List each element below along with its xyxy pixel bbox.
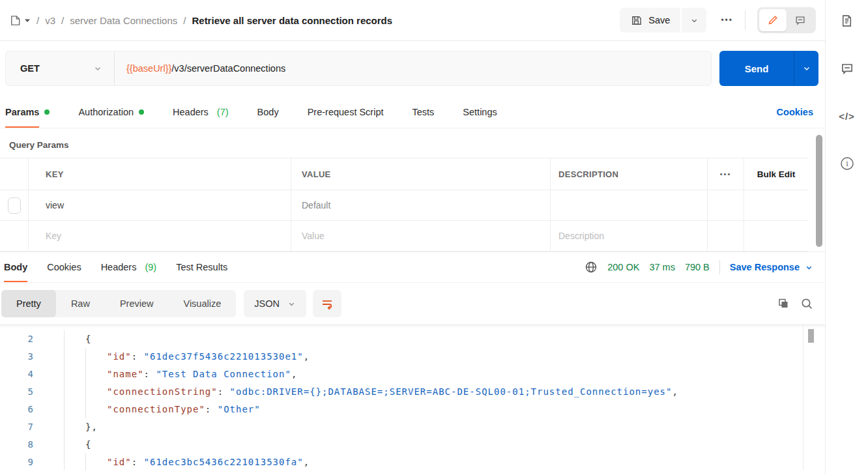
param-value-input[interactable]: Default (291, 190, 551, 220)
header-select-cell (0, 158, 29, 190)
line-number: 7 (0, 418, 38, 436)
documentation-button[interactable] (840, 13, 854, 29)
send-button[interactable]: Send (719, 51, 794, 86)
headers-count: (7) (217, 107, 229, 117)
save-dropdown-button[interactable] (682, 8, 706, 33)
json-punctuation: , (304, 457, 310, 467)
chevron-down-icon (690, 16, 699, 25)
response-headers-count: (9) (145, 262, 156, 272)
documentation-icon (840, 14, 854, 28)
text-wrap-icon (321, 297, 334, 310)
json-punctuation: { (85, 334, 91, 344)
bulk-edit-button[interactable]: Bulk Edit (757, 169, 796, 179)
url-input[interactable]: {{baseUrl}}/v3/serverDataConnections (115, 51, 711, 85)
json-value: "61dec37f5436c221013530e1" (144, 351, 304, 362)
tab-params-label: Params (5, 96, 39, 128)
param-description-input-placeholder[interactable]: Description (551, 221, 708, 251)
more-actions-button[interactable]: ••• (721, 16, 733, 25)
json-key: "connectionString" (107, 386, 218, 397)
line-number: 2 (0, 330, 38, 348)
indent-guide (64, 383, 65, 401)
copy-response-button[interactable] (777, 297, 790, 310)
breadcrumb-separator: / (183, 15, 186, 26)
code-line-content: { (38, 330, 91, 348)
tab-tests-label: Tests (412, 96, 435, 128)
edit-mode-button[interactable] (759, 9, 787, 31)
code-line-content: "id": "61dec37f5436c221013530e1", (38, 348, 310, 366)
send-dropdown-button[interactable] (794, 51, 818, 86)
file-icon (9, 14, 22, 27)
line-number: 6 (0, 401, 38, 418)
search-response-button[interactable] (800, 297, 813, 310)
params-more-button[interactable]: ••• (720, 170, 732, 178)
params-scrollbar[interactable] (816, 135, 822, 247)
request-type-dropdown[interactable] (9, 14, 31, 27)
json-punctuation: { (85, 439, 91, 450)
row-checkbox[interactable] (8, 197, 21, 214)
param-key-input-placeholder[interactable]: Key (29, 221, 291, 251)
save-response-button[interactable]: Save Response (730, 262, 813, 272)
code-snippet-button[interactable]: </> (839, 108, 855, 124)
tab-headers[interactable]: Headers (7) (173, 96, 229, 128)
breadcrumb-folder[interactable]: server Data Connections (70, 15, 177, 26)
response-tab-cookies[interactable]: Cookies (47, 252, 81, 282)
tab-body-label: Body (257, 96, 279, 128)
response-tab-test-results[interactable]: Test Results (176, 252, 227, 282)
code-line: 9"id": "61dec3bc5436c221013530fa", (0, 453, 825, 470)
response-tab-headers[interactable]: Headers (9) (101, 252, 157, 282)
svg-text:i: i (846, 160, 848, 168)
indent-guide (64, 366, 65, 383)
cookies-link[interactable]: Cookies (777, 107, 813, 117)
tab-pre-request-script[interactable]: Pre-request Script (308, 96, 384, 128)
view-preview-button[interactable]: Preview (105, 290, 169, 317)
tab-params[interactable]: Params (5, 96, 50, 128)
chevron-down-icon (802, 64, 811, 73)
tab-body[interactable]: Body (257, 96, 279, 128)
params-more-cell: ••• (708, 158, 744, 190)
param-description-input[interactable] (551, 190, 708, 220)
json-value: "Test Data Connection" (156, 369, 291, 379)
divider (745, 10, 745, 30)
line-number: 9 (0, 453, 38, 470)
comments-rail-button[interactable] (840, 61, 854, 76)
tab-authorization[interactable]: Authorization (78, 96, 144, 128)
json-value: "odbc:DRIVER={};DATABASE=;SERVER=ABC-DE-… (230, 386, 673, 397)
line-number: 4 (0, 366, 38, 383)
json-key: "id" (107, 457, 132, 467)
format-label: JSON (254, 298, 280, 309)
json-punctuation: , (304, 351, 310, 362)
tab-settings[interactable]: Settings (463, 96, 497, 128)
params-green-dot (44, 109, 50, 115)
code-line: 6"connectionType": "Other" (0, 401, 825, 418)
breadcrumb-collection[interactable]: v3 (45, 15, 55, 26)
method-label: GET (20, 63, 40, 74)
code-line: 2{ (0, 330, 825, 348)
response-time: 37 ms (649, 262, 675, 272)
indent-guide (85, 348, 86, 366)
edit-comment-toggle (757, 7, 816, 33)
breadcrumb-separator: / (61, 15, 64, 26)
postman-app: / v3 / server Data Connections / Retriev… (0, 0, 868, 475)
save-button[interactable]: Save (620, 8, 680, 33)
view-raw-button[interactable]: Raw (56, 290, 105, 317)
info-button[interactable]: i (839, 156, 855, 171)
wrap-text-button[interactable] (313, 290, 341, 317)
indent-guide (64, 453, 65, 470)
param-key-input[interactable]: view (29, 190, 291, 220)
code-scrollbar-thumb[interactable] (808, 329, 814, 343)
response-tab-body[interactable]: Body (4, 252, 27, 282)
comment-bubble-icon (840, 61, 854, 76)
network-info-button[interactable] (585, 261, 598, 274)
param-value-input-placeholder[interactable]: Value (291, 221, 551, 251)
json-key: "id" (107, 351, 132, 362)
comments-button[interactable] (787, 9, 814, 31)
tab-tests[interactable]: Tests (412, 96, 435, 128)
method-selector[interactable]: GET (6, 51, 115, 85)
view-visualize-button[interactable]: Visualize (168, 290, 236, 317)
view-pretty-button[interactable]: Pretty (1, 290, 56, 317)
chevron-down-icon (287, 300, 296, 308)
format-selector[interactable]: JSON (244, 290, 306, 317)
response-tab-body-label: Body (4, 252, 27, 282)
indent-guide (64, 436, 65, 453)
authorization-green-dot (139, 109, 144, 115)
